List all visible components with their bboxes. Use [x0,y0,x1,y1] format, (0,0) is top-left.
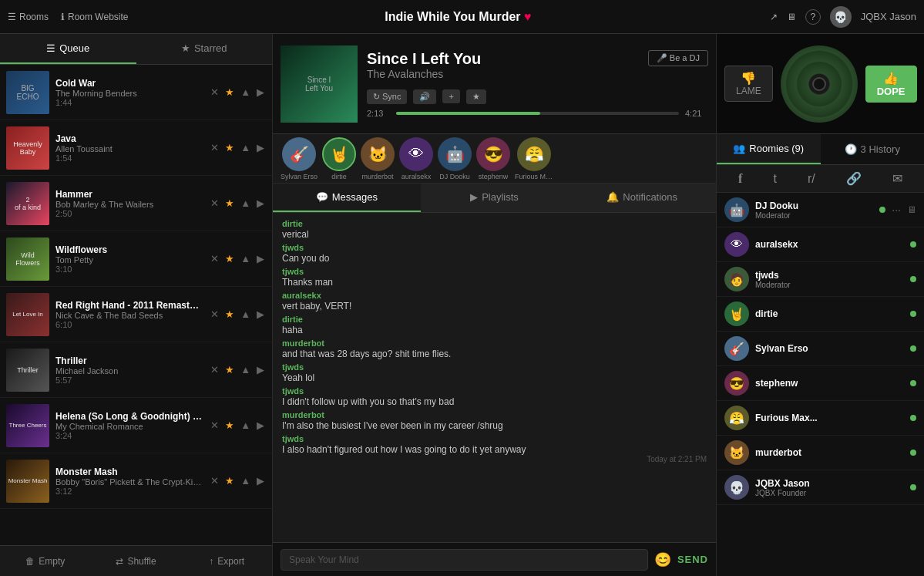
roomie-list: 🤖 DJ Dooku Moderator ··· 🖥 👁 auralsekx 🧑 [717,193,924,576]
up-button[interactable]: ▲ [239,140,252,155]
help-button[interactable]: ? [805,9,821,25]
volume-button[interactable]: 🔊 [413,89,436,104]
center-panel: Since ILeft You Since I Left You The Ava… [273,34,716,576]
list-item[interactable]: 🤘 dirtie [717,297,924,332]
lame-label: LAME [736,86,761,96]
roomie-status [910,311,916,317]
twitter-button[interactable]: t [773,171,776,186]
list-item: tjwds I didn't follow up with you so tha… [282,386,707,407]
send-button[interactable]: SEND [677,554,708,565]
remove-button[interactable]: ✕ [209,251,220,266]
roomie-more-button[interactable]: ··· [892,204,901,216]
remove-button[interactable]: ✕ [209,307,220,322]
list-item[interactable]: 🎸 Sylvan Erso [717,332,924,366]
dope-button[interactable]: 👍 DOPE [865,66,917,103]
tab-history[interactable]: 🕐 3 History [821,134,925,164]
remove-button[interactable]: ✕ [209,196,220,211]
rooms-button[interactable]: ☰ Rooms [8,12,49,22]
list-item[interactable]: 🧑 tjwds Moderator [717,262,924,297]
up-button[interactable]: ▲ [239,251,252,266]
list-item[interactable]: 🐱 murderbot [361,137,395,180]
remove-button[interactable]: ✕ [209,140,220,155]
list-item: tjwds I also hadn't figured out how I wa… [282,434,707,463]
facebook-icon: f [738,172,742,185]
roomie-screen-button[interactable]: 🖥 [907,204,916,215]
play-button[interactable]: ▶ [255,418,266,433]
heart-icon: ♥ [524,10,532,23]
up-button[interactable]: ▲ [239,418,252,433]
tab-starred[interactable]: ★ Starred [136,34,273,64]
monitor-button[interactable]: 🖥 [787,12,796,22]
track-title: Monster Mash [55,467,203,477]
track-art: Monster Mash [6,460,49,503]
shuffle-button[interactable]: ⇄ Shuffle [91,546,182,576]
empty-button[interactable]: 🗑 Empty [0,546,91,576]
lame-button[interactable]: 👎 LAME [724,66,773,102]
star-button[interactable]: ★ [223,362,236,377]
email-button[interactable]: ✉ [892,171,902,186]
progress-bar[interactable] [396,112,679,115]
star-button[interactable]: ★ [223,196,236,211]
list-item[interactable]: 🤖 DJ Dooku Moderator ··· 🖥 [717,193,924,227]
track-artist: My Chemical Romance [55,422,203,431]
play-button[interactable]: ▶ [255,251,266,266]
link-button[interactable]: 🔗 [846,171,862,186]
track-title: Helena (So Long & Goodnight) - So Long &… [55,411,203,422]
play-button[interactable]: ▶ [255,473,266,488]
remove-button[interactable]: ✕ [209,473,220,488]
list-item[interactable]: 🤘 dirtie [322,137,356,180]
play-button[interactable]: ▶ [255,140,266,155]
list-item[interactable]: 🐱 murderbot [717,436,924,470]
list-item[interactable]: 😤 Furious Maxi... [515,137,553,180]
be-dj-button[interactable]: 🎤 Be a DJ [648,50,708,66]
export-button[interactable]: ↑ Export [181,546,272,576]
play-button[interactable]: ▶ [255,307,266,322]
list-item[interactable]: 🤖 DJ Dooku [438,137,472,180]
remove-button[interactable]: ✕ [209,418,220,433]
up-button[interactable]: ▲ [239,473,252,488]
tab-playlists[interactable]: ▶ Playlists [421,184,569,212]
chat-text: Thanks man [282,277,707,288]
list-item[interactable]: 👁 auralsekx [717,227,924,262]
up-button[interactable]: ▲ [239,307,252,322]
now-playing-artist: The Avalanches [367,68,481,80]
chat-username: dirtie [282,219,707,228]
up-button[interactable]: ▲ [239,85,252,99]
tab-notifications[interactable]: 🔔 Notifications [568,184,716,212]
track-artist: The Morning Benders [55,89,203,98]
star-button[interactable]: ★ [223,418,236,433]
add-to-queue-button[interactable]: + [442,89,459,103]
remove-button[interactable]: ✕ [209,85,220,99]
remove-button[interactable]: ✕ [209,362,220,377]
play-button[interactable]: ▶ [255,362,266,377]
list-item[interactable]: 💀 JQBX Jason JQBX Founder [717,470,924,505]
star-button[interactable]: ★ [223,85,236,99]
emoji-button[interactable]: 😊 [654,551,671,568]
star-button[interactable]: ★ [223,251,236,266]
chat-text: and that was 28 days ago? shit time flie… [282,349,707,359]
chat-username: tjwds [282,386,707,396]
share-button[interactable]: ↗ [770,12,778,22]
list-item[interactable]: 😤 Furious Max... [717,401,924,436]
list-item[interactable]: 👁 auralsekx [399,137,433,180]
star-button[interactable]: ★ [223,473,236,488]
play-button[interactable]: ▶ [255,196,266,211]
tab-queue[interactable]: ☰ Queue [0,34,136,64]
reddit-button[interactable]: r/ [808,171,815,186]
star-button[interactable]: ★ [223,140,236,155]
room-website-button[interactable]: ℹ Room Website [61,12,128,22]
list-item[interactable]: 😎 stephenw [717,366,924,401]
chat-input[interactable] [281,549,648,571]
star-button[interactable]: ★ [223,307,236,322]
up-button[interactable]: ▲ [239,196,252,211]
tab-messages[interactable]: 💬 Messages [273,184,421,212]
roomie-info: JQBX Jason JQBX Founder [755,478,904,497]
facebook-button[interactable]: f [738,171,742,186]
list-item[interactable]: 🎸 Sylvan Erso [281,137,318,180]
up-button[interactable]: ▲ [239,362,252,377]
star-track-button[interactable]: ★ [466,89,486,104]
tab-roomies[interactable]: 👥 Roomies (9) [717,134,821,164]
list-item[interactable]: 😎 stephenw [476,137,510,180]
play-button[interactable]: ▶ [255,85,266,99]
sync-button[interactable]: ↻ Sync [367,89,407,104]
